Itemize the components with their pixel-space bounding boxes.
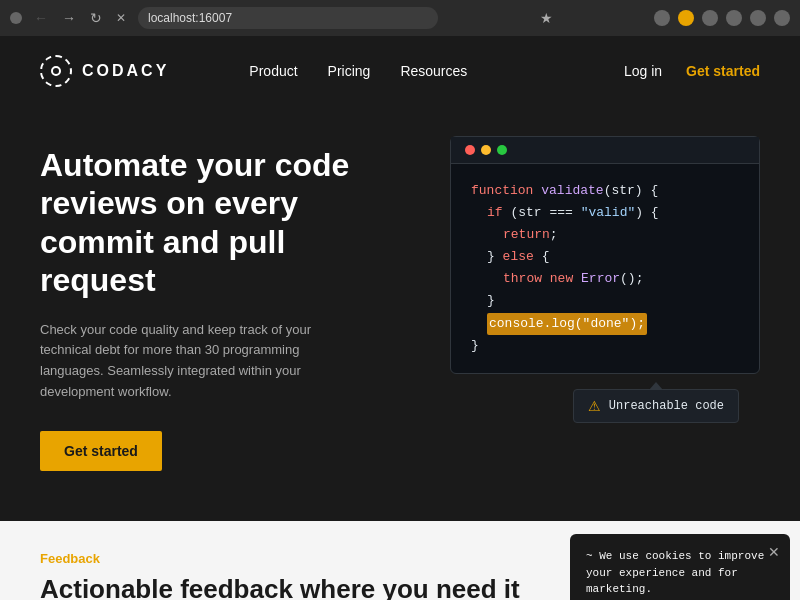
tooltip-text: Unreachable code [609, 399, 724, 413]
extension-icon-2 [678, 10, 694, 26]
hero-cta-button[interactable]: Get started [40, 431, 162, 471]
url-text: localhost:16007 [148, 11, 232, 25]
code-line-8: } [471, 335, 739, 357]
menu-icon[interactable] [774, 10, 790, 26]
nav-pricing[interactable]: Pricing [328, 63, 371, 79]
code-window: function validate(str) { if (str === "va… [450, 136, 760, 374]
logo-icon [40, 55, 72, 87]
feedback-section: Feedback Actionable feedback where you n… [0, 521, 800, 600]
extension-icon-1 [654, 10, 670, 26]
code-line-5: throw new Error(); [471, 268, 739, 290]
code-dot-green [497, 145, 507, 155]
code-line-1: function validate(str) { [471, 180, 739, 202]
login-link[interactable]: Log in [624, 63, 662, 79]
code-dot-yellow [481, 145, 491, 155]
page: CODACY Product Pricing Resources Log in … [0, 36, 800, 600]
unreachable-code-tooltip: ⚠ Unreachable code [573, 389, 739, 423]
extension-icon-5 [750, 10, 766, 26]
close-tab-icon[interactable]: ✕ [112, 9, 130, 27]
cookie-text: ~ We use cookies to improve your experie… [586, 548, 774, 598]
logo[interactable]: CODACY [40, 55, 169, 87]
hero-section: Automate your code reviews on every comm… [0, 106, 800, 521]
hero-content: Automate your code reviews on every comm… [40, 146, 360, 471]
hero-title: Automate your code reviews on every comm… [40, 146, 360, 300]
logo-text: CODACY [82, 62, 169, 80]
logo-inner [51, 66, 61, 76]
nav-resources[interactable]: Resources [400, 63, 467, 79]
navbar: CODACY Product Pricing Resources Log in … [0, 36, 800, 106]
browser-btn-1 [10, 12, 22, 24]
back-arrow[interactable]: ← [30, 8, 52, 28]
code-dot-red [465, 145, 475, 155]
nav-links: Product Pricing Resources [249, 63, 467, 79]
code-line-4: } else { [471, 246, 739, 268]
address-bar[interactable]: localhost:16007 [138, 7, 438, 29]
code-line-6: } [471, 290, 739, 312]
code-line-3: return; [471, 224, 739, 246]
hero-description: Check your code quality and keep track o… [40, 320, 360, 403]
code-line-2: if (str === "valid") { [471, 202, 739, 224]
extension-icon-4 [726, 10, 742, 26]
warning-icon: ⚠ [588, 398, 601, 414]
nav-actions: Log in Get started [624, 63, 760, 79]
cookie-banner: ✕ ~ We use cookies to improve your exper… [570, 534, 790, 600]
tooltip-arrow [649, 382, 663, 390]
code-body: function validate(str) { if (str === "va… [451, 164, 759, 373]
get-started-nav-button[interactable]: Get started [686, 63, 760, 79]
forward-arrow[interactable]: → [58, 8, 80, 28]
nav-product[interactable]: Product [249, 63, 297, 79]
code-line-7: console.log("done"); [471, 313, 739, 335]
browser-toolbar-icons [654, 10, 790, 26]
extension-icon-3 [702, 10, 718, 26]
browser-nav: ← → ↻ ✕ [30, 8, 130, 28]
reload-button[interactable]: ↻ [86, 8, 106, 28]
cookie-close-button[interactable]: ✕ [768, 542, 780, 563]
code-window-header [451, 137, 759, 164]
browser-chrome: ← → ↻ ✕ localhost:16007 ★ [0, 0, 800, 36]
bookmark-icon[interactable]: ★ [540, 10, 553, 26]
